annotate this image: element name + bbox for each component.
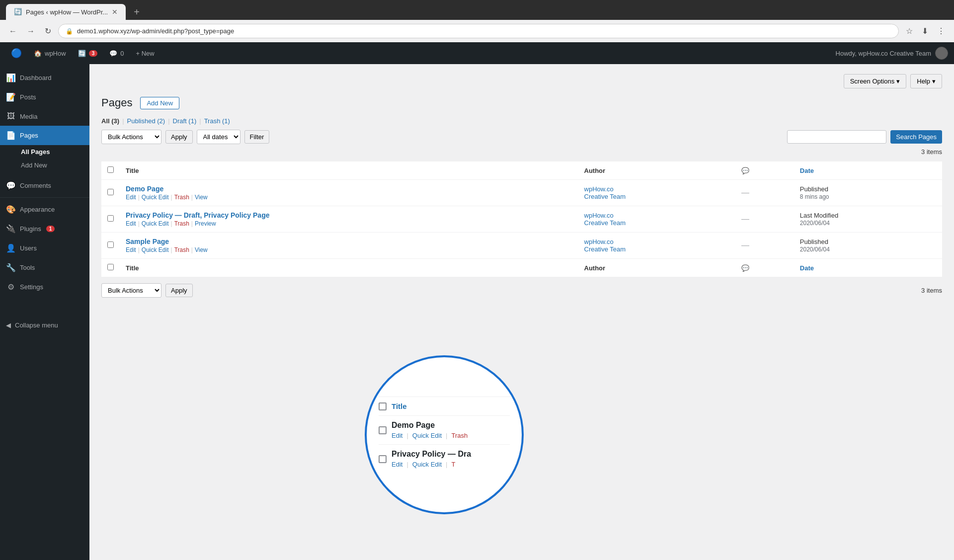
screen-options-button[interactable]: Screen Options ▾: [844, 74, 907, 88]
sidebar-item-comments[interactable]: 💬 Comments: [0, 176, 89, 195]
row1-edit-link[interactable]: Edit: [126, 194, 136, 201]
help-button[interactable]: Help ▾: [910, 74, 942, 88]
filter-draft-link[interactable]: Draft (1): [173, 117, 197, 125]
date-sort-link[interactable]: Date: [800, 167, 814, 174]
row3-quick-edit-link[interactable]: Quick Edit: [142, 246, 169, 253]
browser-tab[interactable]: 🔄 Pages ‹ wpHow — WordPr... ✕: [6, 4, 126, 20]
zoom-row1-quickedit[interactable]: Quick Edit: [412, 432, 442, 439]
help-label: Help: [917, 78, 930, 85]
site-name-text: wpHow: [45, 50, 66, 57]
row1-title-link[interactable]: Demo Page: [126, 185, 572, 193]
footer-select-col: [101, 259, 120, 277]
all-dates-select-top[interactable]: All dates: [197, 130, 240, 144]
row3-date-label: Published: [800, 238, 828, 245]
new-tab-button[interactable]: +: [130, 4, 144, 20]
zoom-row1-trash[interactable]: Trash: [451, 432, 468, 439]
select-all-checkbox[interactable]: [107, 166, 114, 173]
apply-button-top[interactable]: Apply: [165, 130, 193, 144]
forward-button[interactable]: →: [24, 25, 38, 38]
sidebar-item-media[interactable]: 🖼 Media: [0, 107, 89, 126]
row3-author-link2[interactable]: Creative Team: [584, 245, 730, 253]
sidebar-item-settings[interactable]: ⚙ Settings: [0, 277, 89, 297]
new-content-item[interactable]: + New: [131, 42, 159, 64]
user-howdy[interactable]: Howdy, wpHow.co Creative Team: [836, 47, 948, 60]
wp-logo-item[interactable]: 🔵: [6, 42, 27, 64]
row2-trash-link[interactable]: Trash: [174, 220, 189, 227]
row2-quick-edit-link[interactable]: Quick Edit: [142, 220, 169, 227]
download-button[interactable]: ⬇: [919, 24, 931, 38]
row1-view-link[interactable]: View: [195, 194, 208, 201]
row2-comments-cell: —: [735, 206, 794, 233]
row2-title-link[interactable]: Privacy Policy — Draft, Privacy Policy P…: [126, 211, 572, 219]
row2-preview-link[interactable]: Preview: [195, 220, 216, 227]
zoom-row2-trash[interactable]: T: [451, 461, 455, 468]
reload-button[interactable]: ↻: [42, 24, 54, 38]
zoom-row2-edit[interactable]: Edit: [392, 461, 402, 468]
table-footer-row: Title Author 💬 Date: [101, 259, 942, 277]
sidebar-item-users[interactable]: 👤 Users: [0, 239, 89, 258]
back-button[interactable]: ←: [6, 25, 20, 38]
table-row: Sample Page Edit | Quick Edit | Trash | …: [101, 233, 942, 259]
row1-author-link[interactable]: wpHow.co: [584, 185, 730, 193]
plugins-badge: 1: [46, 226, 55, 232]
site-name-item[interactable]: 🏠 wpHow: [29, 42, 71, 64]
sidebar-subitem-all-pages[interactable]: All Pages: [0, 145, 89, 159]
row2-author-link[interactable]: wpHow.co: [584, 212, 730, 219]
sidebar-item-tools[interactable]: 🔧 Tools: [0, 258, 89, 277]
settings-icon: ⚙: [6, 282, 16, 292]
row1-trash-link[interactable]: Trash: [174, 194, 189, 201]
plugins-icon: 🔌: [6, 224, 16, 234]
row2-title-cell: Privacy Policy — Draft, Privacy Policy P…: [120, 206, 578, 233]
search-pages-input[interactable]: [787, 130, 886, 144]
sidebar-item-appearance[interactable]: 🎨 Appearance: [0, 200, 89, 219]
plugins-label: Plugins: [20, 225, 41, 233]
settings-label: Settings: [20, 283, 43, 291]
apply-button-bottom[interactable]: Apply: [165, 284, 193, 297]
filter-published-link[interactable]: Published (2): [127, 117, 165, 125]
collapse-label: Collapse menu: [15, 321, 58, 329]
filter-trash-link[interactable]: Trash (1): [204, 117, 230, 125]
sidebar-item-posts[interactable]: 📝 Posts: [0, 87, 89, 107]
collapse-menu-button[interactable]: ◀ Collapse menu: [0, 317, 89, 334]
main-content: Screen Options ▾ Help ▾ Pages Add New Al…: [89, 64, 954, 560]
search-pages-button[interactable]: Search Pages: [890, 130, 942, 144]
comments-item[interactable]: 💬 0: [104, 42, 129, 64]
bulk-actions-select-top[interactable]: Bulk Actions Edit Move to Trash: [101, 130, 161, 144]
row1-quick-edit-link[interactable]: Quick Edit: [142, 194, 169, 201]
row3-author-link[interactable]: wpHow.co: [584, 238, 730, 245]
bookmark-button[interactable]: ☆: [903, 24, 916, 38]
zoom-row2-quickedit[interactable]: Quick Edit: [412, 461, 442, 468]
row2-edit-link[interactable]: Edit: [126, 220, 136, 227]
zoom-overlay: Title Demo Page Edit | Quick Edit |: [365, 355, 524, 514]
help-chevron-icon: ▾: [932, 78, 936, 85]
row3-title-link[interactable]: Sample Page: [126, 238, 572, 245]
filter-button-top[interactable]: Filter: [244, 130, 270, 144]
row3-trash-link[interactable]: Trash: [174, 246, 189, 253]
filter-all-link[interactable]: All (3): [101, 117, 119, 125]
footer-date-sort-link[interactable]: Date: [800, 264, 814, 272]
updates-item[interactable]: 🔄 3: [73, 42, 103, 64]
menu-button[interactable]: ⋮: [934, 24, 948, 38]
new-content-text: + New: [136, 50, 154, 57]
address-bar[interactable]: 🔒 demo1.wphow.xyz/wp-admin/edit.php?post…: [58, 24, 899, 38]
tab-close-button[interactable]: ✕: [112, 8, 118, 16]
col-date-header: Date: [794, 161, 942, 180]
footer-select-all-checkbox[interactable]: [107, 264, 114, 270]
bulk-actions-select-bottom[interactable]: Bulk Actions Edit Move to Trash: [101, 283, 161, 298]
zoom-row1-edit[interactable]: Edit: [392, 432, 402, 439]
row2-author-link2[interactable]: Creative Team: [584, 219, 730, 227]
sidebar-item-plugins[interactable]: 🔌 Plugins 1: [0, 219, 89, 239]
zoom-row2-checkbox: [379, 455, 387, 463]
row1-checkbox[interactable]: [107, 189, 114, 195]
pages-label: Pages: [20, 132, 38, 139]
row3-view-link[interactable]: View: [195, 246, 208, 253]
filter-links: All (3) | Published (2) | Draft (1) | Tr…: [101, 117, 942, 125]
row1-author-link2[interactable]: Creative Team: [584, 193, 730, 200]
sidebar-item-pages[interactable]: 📄 Pages: [0, 126, 89, 145]
sidebar-subitem-add-new[interactable]: Add New: [0, 159, 89, 172]
add-new-button[interactable]: Add New: [140, 97, 179, 109]
row3-edit-link[interactable]: Edit: [126, 246, 136, 253]
sidebar-item-dashboard[interactable]: 📊 Dashboard: [0, 68, 89, 87]
row2-checkbox[interactable]: [107, 215, 114, 222]
row3-checkbox[interactable]: [107, 241, 114, 248]
